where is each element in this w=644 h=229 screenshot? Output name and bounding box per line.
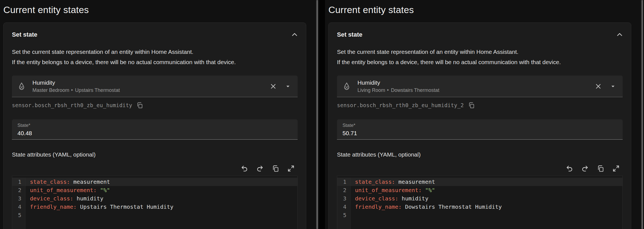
state-field[interactable]: State* (337, 119, 623, 140)
code-line[interactable]: 1 state_class: measurement (12, 178, 297, 186)
entity-name: Humidity (357, 79, 594, 86)
card-header: Set state (335, 23, 625, 41)
code-line-text (351, 211, 622, 219)
collapse-button[interactable] (290, 31, 299, 39)
line-number: 1 (337, 178, 351, 186)
scrollbar[interactable] (315, 0, 319, 229)
code-line[interactable]: 2 unit_of_measurement: "%" (12, 186, 297, 194)
clear-entity-button[interactable] (269, 82, 277, 90)
attributes-label: State attributes (YAML, optional) (12, 151, 298, 158)
code-line-text: device_class: humidity (25, 194, 297, 203)
humidity-icon (342, 82, 351, 91)
code-line-text: unit_of_measurement: "%" (351, 186, 622, 194)
scrollbar[interactable] (640, 0, 644, 229)
code-empty-space[interactable] (12, 219, 297, 229)
expand-editor-button[interactable] (287, 165, 295, 172)
entity-location: Master Bedroom ‣ Upstairs Thermostat (32, 87, 269, 94)
page-title: Current entity states (0, 0, 319, 15)
description-line-1: Set the current state representation of … (335, 47, 625, 57)
undo-button[interactable] (241, 165, 248, 172)
entity-id: sensor.bosch_rbsh_rth0_zb_eu_humidity (12, 102, 132, 108)
set-state-card: Set state Set the current state represen… (3, 22, 306, 229)
entity-picker[interactable]: Humidity Living Room ‣ Dowstairs Thermos… (337, 76, 623, 97)
collapse-button[interactable] (615, 31, 624, 39)
code-area[interactable]: 1 state_class: measurement 2 unit_of_mea… (12, 176, 298, 229)
humidity-icon (17, 82, 26, 91)
card-title: Set state (337, 31, 362, 38)
state-input[interactable] (17, 130, 292, 137)
line-number: 2 (337, 186, 351, 194)
entity-id-row: sensor.bosch_rbsh_rth0_zb_eu_humidity (12, 102, 298, 109)
state-label: State* (343, 123, 617, 128)
line-number: 2 (12, 186, 25, 194)
copy-entity-id-button[interactable] (136, 102, 143, 109)
code-line[interactable]: 5 (12, 211, 297, 219)
undo-icon (566, 165, 573, 172)
yaml-editor: 1 state_class: measurement 2 unit_of_mea… (337, 162, 623, 229)
code-area[interactable]: 1 state_class: measurement 2 unit_of_mea… (337, 176, 623, 229)
redo-button[interactable] (256, 165, 264, 172)
code-line-text: state_class: measurement (25, 178, 297, 186)
code-line-text: state_class: measurement (351, 178, 622, 186)
code-empty-space[interactable] (337, 219, 622, 229)
code-line-text: friendly_name: Dowstairs Thermostat Humi… (351, 203, 622, 211)
line-number: 5 (12, 211, 25, 219)
entity-picker-actions (594, 82, 617, 90)
code-line-text: unit_of_measurement: "%" (25, 186, 297, 194)
code-line[interactable]: 3 device_class: humidity (337, 194, 622, 203)
description-line-2: If the entity belongs to a device, there… (10, 57, 300, 67)
copy-icon (597, 165, 604, 172)
expand-editor-button[interactable] (612, 165, 620, 172)
caret-down-icon (609, 83, 617, 90)
line-number: 4 (12, 203, 25, 211)
window-divider (319, 0, 325, 229)
card-title: Set state (12, 31, 37, 38)
undo-button[interactable] (566, 165, 573, 172)
entity-name: Humidity (32, 79, 269, 86)
copy-yaml-button[interactable] (597, 165, 604, 172)
yaml-editor: 1 state_class: measurement 2 unit_of_mea… (12, 162, 298, 229)
scrollbar-thumb[interactable] (316, 0, 318, 229)
editor-toolbar (12, 162, 298, 176)
code-line[interactable]: 1 state_class: measurement (337, 178, 622, 186)
code-line-text: device_class: humidity (351, 194, 622, 203)
copy-icon (468, 102, 475, 109)
ha-window-left: Current entity states Set state Set the … (0, 0, 319, 229)
card-header: Set state (10, 23, 300, 41)
scrollbar-thumb[interactable] (642, 0, 643, 229)
code-line[interactable]: 5 (337, 211, 622, 219)
expand-icon (612, 165, 620, 172)
set-state-card: Set state Set the current state represen… (328, 22, 631, 229)
undo-icon (241, 165, 248, 172)
state-input[interactable] (343, 130, 617, 137)
copy-entity-id-button[interactable] (468, 102, 475, 109)
caret-down-icon (284, 83, 292, 90)
close-icon (269, 82, 277, 90)
copy-icon (136, 102, 143, 109)
ha-window-right: Current entity states Set state Set the … (325, 0, 644, 229)
entity-picker-text: Humidity Living Room ‣ Dowstairs Thermos… (357, 79, 594, 94)
clear-entity-button[interactable] (594, 82, 602, 90)
entity-dropdown-button[interactable] (609, 83, 617, 90)
dual-window-view: Current entity states Set state Set the … (0, 0, 644, 229)
line-number: 4 (337, 203, 351, 211)
page-title: Current entity states (325, 0, 644, 15)
code-line[interactable]: 3 device_class: humidity (12, 194, 297, 203)
entity-picker-text: Humidity Master Bedroom ‣ Upstairs Therm… (32, 79, 269, 94)
entity-location: Living Room ‣ Dowstairs Thermostat (357, 87, 594, 94)
code-line[interactable]: 2 unit_of_measurement: "%" (337, 186, 622, 194)
description-line-2: If the entity belongs to a device, there… (335, 57, 625, 67)
copy-yaml-button[interactable] (272, 165, 279, 172)
redo-button[interactable] (581, 165, 589, 172)
redo-icon (256, 165, 264, 172)
code-line[interactable]: 4 friendly_name: Upstairs Thermostat Hum… (12, 203, 297, 211)
code-line[interactable]: 4 friendly_name: Dowstairs Thermostat Hu… (337, 203, 622, 211)
entity-picker[interactable]: Humidity Master Bedroom ‣ Upstairs Therm… (12, 76, 298, 97)
entity-dropdown-button[interactable] (284, 83, 292, 90)
attributes-label: State attributes (YAML, optional) (337, 151, 623, 158)
code-line-text: friendly_name: Upstairs Thermostat Humid… (25, 203, 297, 211)
description-line-1: Set the current state representation of … (10, 47, 300, 57)
state-field[interactable]: State* (12, 119, 298, 140)
redo-icon (581, 165, 589, 172)
editor-toolbar (337, 162, 623, 176)
